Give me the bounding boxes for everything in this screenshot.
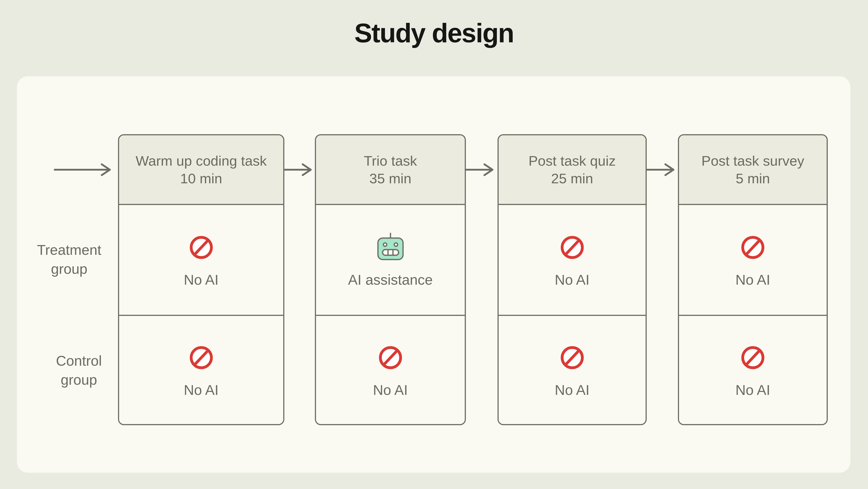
control-cell: No AI bbox=[499, 316, 646, 424]
arrow-right-icon bbox=[466, 163, 495, 177]
stage-header: Warm up coding task 10 min bbox=[119, 135, 283, 205]
stage-column-warmup: Warm up coding task 10 min No AI No AI bbox=[118, 134, 284, 425]
stage-duration: 10 min bbox=[180, 170, 222, 188]
treatment-cell: No AI bbox=[119, 205, 283, 316]
stage-title: Trio task bbox=[364, 152, 417, 170]
stage-column-quiz: Post task quiz 25 min No AI No AI bbox=[498, 134, 647, 425]
stage-column-survey: Post task survey 5 min No AI No AI bbox=[678, 134, 828, 425]
no-ai-icon bbox=[740, 345, 766, 370]
treatment-cell: No AI bbox=[499, 205, 646, 316]
stage-duration: 25 min bbox=[551, 170, 593, 188]
cell-label: No AI bbox=[184, 382, 219, 398]
control-cell: No AI bbox=[679, 316, 827, 424]
robot-icon bbox=[377, 233, 404, 260]
stage-title: Post task survey bbox=[702, 152, 804, 170]
cell-label: No AI bbox=[555, 382, 590, 398]
stage-header: Post task quiz 25 min bbox=[499, 135, 646, 205]
no-ai-icon bbox=[559, 235, 585, 260]
cell-label: No AI bbox=[735, 382, 770, 398]
no-ai-icon bbox=[378, 345, 403, 370]
no-ai-icon bbox=[188, 345, 214, 370]
cell-label: No AI bbox=[184, 271, 219, 288]
stage-column-trio: Trio task 35 min AI assistance No AI bbox=[315, 134, 466, 425]
arrow-right-icon bbox=[54, 163, 112, 177]
study-design-diagram: Study design Treatment group Control gro… bbox=[0, 0, 868, 489]
cell-label: No AI bbox=[373, 382, 408, 398]
no-ai-icon bbox=[559, 345, 585, 370]
stage-header: Trio task 35 min bbox=[316, 135, 465, 205]
control-cell: No AI bbox=[119, 316, 283, 424]
no-ai-icon bbox=[188, 235, 214, 260]
stage-title: Post task quiz bbox=[528, 152, 616, 170]
cell-label: AI assistance bbox=[348, 271, 433, 288]
no-ai-icon bbox=[740, 235, 766, 260]
arrow-right-icon bbox=[284, 163, 313, 177]
page-title: Study design bbox=[0, 18, 868, 49]
stage-header: Post task survey 5 min bbox=[679, 135, 827, 205]
row-label-control-group: Control group bbox=[30, 351, 128, 389]
control-cell: No AI bbox=[316, 316, 465, 424]
treatment-cell: No AI bbox=[679, 205, 827, 316]
cell-label: No AI bbox=[735, 271, 770, 288]
cell-label: No AI bbox=[555, 271, 590, 288]
row-label-treatment-group: Treatment group bbox=[20, 240, 118, 278]
stage-duration: 35 min bbox=[369, 170, 411, 188]
treatment-cell: AI assistance bbox=[316, 205, 465, 316]
arrow-right-icon bbox=[647, 163, 675, 177]
stage-duration: 5 min bbox=[736, 170, 770, 188]
stage-title: Warm up coding task bbox=[135, 152, 267, 170]
